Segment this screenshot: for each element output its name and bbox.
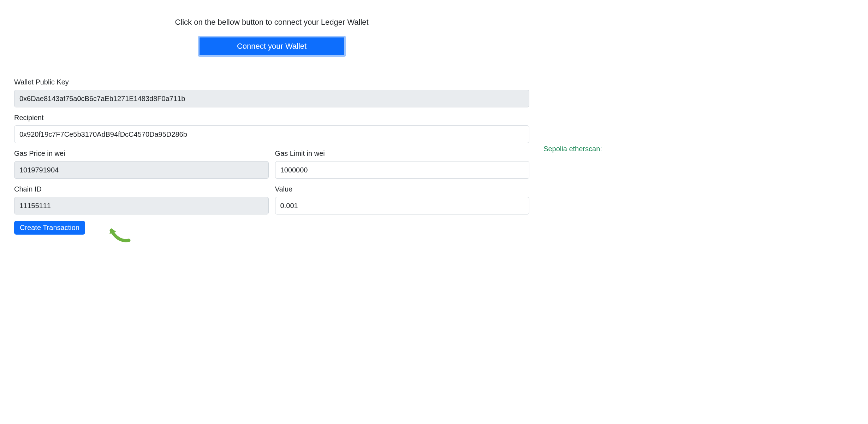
- transaction-form-pane: Click on the bellow button to connect yo…: [7, 7, 536, 252]
- chain-id-input: [14, 197, 269, 214]
- annotation-arrow-icon: [108, 225, 132, 243]
- gas-price-input: [14, 161, 269, 179]
- value-label: Value: [275, 185, 530, 193]
- etherscan-label: Sepolia etherscan:: [543, 145, 861, 153]
- gas-limit-group: Gas Limit in wei: [275, 149, 530, 179]
- gas-price-group: Gas Price in wei: [14, 149, 269, 179]
- gas-price-label: Gas Price in wei: [14, 149, 269, 158]
- gas-limit-label: Gas Limit in wei: [275, 149, 530, 158]
- connect-wallet-section: Click on the bellow button to connect yo…: [14, 7, 529, 57]
- recipient-label: Recipient: [14, 114, 529, 122]
- wallet-public-key-group: Wallet Public Key: [14, 78, 529, 107]
- chain-id-label: Chain ID: [14, 185, 269, 193]
- gas-limit-input[interactable]: [275, 161, 530, 179]
- chain-id-group: Chain ID: [14, 185, 269, 214]
- create-transaction-button[interactable]: Create Transaction: [14, 221, 85, 235]
- connect-instruction-text: Click on the bellow button to connect yo…: [14, 18, 529, 27]
- recipient-group: Recipient: [14, 114, 529, 143]
- recipient-input[interactable]: [14, 125, 529, 143]
- wallet-public-key-label: Wallet Public Key: [14, 78, 529, 86]
- value-input[interactable]: [275, 197, 530, 214]
- wallet-public-key-input: [14, 90, 529, 107]
- value-group: Value: [275, 185, 530, 214]
- connect-wallet-button[interactable]: Connect your Wallet: [198, 36, 346, 57]
- etherscan-pane: Sepolia etherscan:: [543, 7, 861, 252]
